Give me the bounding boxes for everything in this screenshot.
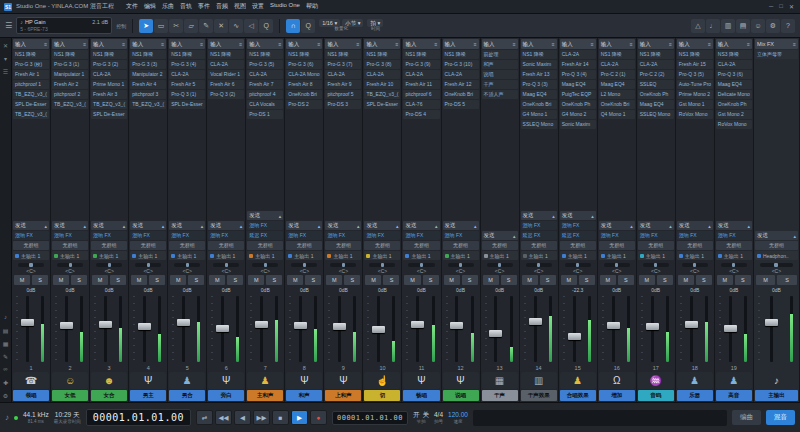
- main-time-display[interactable]: 00001.01.01.00: [86, 409, 191, 426]
- insert-slot[interactable]: NS1 降噪: [208, 50, 244, 59]
- insert-slot[interactable]: Pro-DS 5: [443, 100, 479, 109]
- pan-slider[interactable]: [174, 263, 200, 267]
- user-icon[interactable]: ☺: [751, 19, 765, 33]
- channel-name[interactable]: 主输出: [755, 390, 798, 401]
- insert-slot[interactable]: G4 Mono 1: [521, 110, 557, 119]
- insert-slot[interactable]: NS1 降噪: [91, 50, 127, 59]
- add-send-icon[interactable]: ▴: [240, 223, 243, 229]
- solo-button[interactable]: S: [657, 275, 673, 285]
- output-select[interactable]: 主输出 1: [443, 251, 479, 260]
- fader-cap[interactable]: [216, 325, 229, 332]
- pan-slider[interactable]: [18, 263, 44, 267]
- insert-slot[interactable]: TB_EZQ_v3_(: [52, 100, 88, 109]
- sends-section-header[interactable]: 发送 ▴: [443, 221, 479, 230]
- expand-icon[interactable]: ≡: [357, 41, 360, 47]
- send-slot[interactable]: 混响 FX: [677, 231, 713, 240]
- channel-name[interactable]: 干声: [482, 390, 518, 401]
- insert-slot[interactable]: Pro-G 3 (10): [443, 60, 479, 69]
- hamburger-icon[interactable]: ☰: [5, 21, 12, 30]
- insert-slot[interactable]: Sonic Maxim: [560, 120, 596, 129]
- pan-handle[interactable]: [225, 263, 228, 267]
- record-button[interactable]: ●: [310, 410, 327, 425]
- menu-item[interactable]: 事件: [198, 2, 210, 11]
- solo-button[interactable]: S: [462, 275, 478, 285]
- send-slot[interactable]: 混响 FX: [599, 231, 635, 240]
- expand-icon[interactable]: ≡: [474, 41, 477, 47]
- insert-slot[interactable]: NS1 降噪: [599, 50, 635, 59]
- output-select[interactable]: 主输出 1: [208, 251, 244, 260]
- insert-slot[interactable]: SSLEQ Mono: [521, 120, 557, 129]
- insert-slot[interactable]: Gst Mono 2: [716, 110, 752, 119]
- mute-button[interactable]: M: [170, 275, 186, 285]
- insert-slot[interactable]: SPL De-Esser: [169, 100, 205, 109]
- mute-button[interactable]: M: [326, 275, 342, 285]
- solo-button[interactable]: S: [266, 275, 282, 285]
- menu-item[interactable]: 音轨: [180, 2, 192, 11]
- mixer-icon[interactable]: ▤: [736, 19, 750, 33]
- expand-icon[interactable]: ≡: [396, 41, 399, 47]
- fx-icon[interactable]: ✎: [1, 351, 11, 361]
- insert-slot[interactable]: CLA-76: [403, 100, 439, 109]
- return-start-button[interactable]: ◀◀: [215, 410, 232, 425]
- pan-slider[interactable]: [643, 263, 669, 267]
- input-section-header[interactable]: 输入 ≡: [403, 39, 439, 49]
- menu-item[interactable]: 文件: [126, 2, 138, 11]
- speaker-icon[interactable]: ♪: [755, 372, 798, 389]
- pan-handle[interactable]: [186, 263, 189, 267]
- input-section-header[interactable]: 输入 ≡: [716, 39, 752, 49]
- output-select[interactable]: Headphon..: [755, 251, 798, 260]
- channel-name[interactable]: 增加: [599, 390, 635, 401]
- insert-slot[interactable]: NS1 降噪: [13, 50, 49, 59]
- pan-handle[interactable]: [420, 263, 423, 267]
- menu-item[interactable]: 编辑: [144, 2, 156, 11]
- channel-name[interactable]: 主和声: [247, 390, 283, 401]
- fader-cap[interactable]: [255, 321, 268, 328]
- input-section-header[interactable]: 输入 ≡: [325, 39, 361, 49]
- insert-slot[interactable]: Maag EQ4: [599, 80, 635, 89]
- output-select[interactable]: 主输出 1: [13, 251, 49, 260]
- help-icon[interactable]: ?: [781, 19, 795, 33]
- mute-tool[interactable]: ✕: [214, 19, 228, 33]
- mute-button[interactable]: M: [444, 275, 460, 285]
- add-send-icon[interactable]: ▴: [279, 213, 282, 219]
- solo-button[interactable]: S: [71, 275, 87, 285]
- insert-slot[interactable]: Pro-DS 2: [286, 100, 322, 109]
- output-select[interactable]: 主输出 1: [560, 251, 596, 260]
- output-select[interactable]: 主输出 1: [52, 251, 88, 260]
- volume-fader[interactable]: [171, 294, 203, 364]
- insert-slot[interactable]: NS1 降噪: [638, 50, 674, 59]
- insert-slot[interactable]: Pro-G 3 (7): [325, 60, 361, 69]
- pan-handle[interactable]: [342, 263, 345, 267]
- insert-slot[interactable]: Prime Mono 1: [91, 80, 127, 89]
- volume-fader[interactable]: [679, 294, 711, 364]
- insert-slot[interactable]: Pro-G 3 (3): [130, 60, 166, 69]
- insert-slot[interactable]: Fresh Air 3: [91, 90, 127, 99]
- channel-name[interactable]: 上和声: [325, 390, 361, 401]
- insert-slot[interactable]: NS1 降噪: [169, 50, 205, 59]
- insert-slot[interactable]: TB_EZQ_v3_(: [364, 90, 400, 99]
- minimize-button[interactable]: ─: [769, 3, 773, 10]
- insert-slot[interactable]: CLA-2A: [403, 70, 439, 79]
- channel-name[interactable]: 和声: [286, 390, 322, 401]
- antenna-icon[interactable]: ♒: [638, 372, 674, 389]
- insert-slot[interactable]: pitchproof 2: [52, 90, 88, 99]
- sends-section-header[interactable]: 发送 ▴: [560, 211, 596, 220]
- group-icon[interactable]: ▥: [521, 372, 557, 389]
- send-slot[interactable]: 混响 FX: [13, 231, 49, 240]
- fader-cap[interactable]: [99, 321, 112, 328]
- insert-slot[interactable]: TB_EZQ_v3_(: [91, 100, 127, 109]
- pan-slider[interactable]: [565, 263, 591, 267]
- fader-cap[interactable]: [646, 323, 659, 330]
- input-section-header[interactable]: 输入 ≡: [677, 39, 713, 49]
- pan-handle[interactable]: [537, 263, 540, 267]
- pan-slider[interactable]: [57, 263, 83, 267]
- pan-slider[interactable]: [721, 263, 747, 267]
- send-slot[interactable]: 混响 FX: [169, 231, 205, 240]
- close-button[interactable]: ✕: [789, 3, 794, 10]
- channel-name[interactable]: 合唱效果: [560, 390, 596, 401]
- group-assign[interactable]: 无群组: [521, 241, 557, 250]
- send-slot[interactable]: 混响 FX: [638, 231, 674, 240]
- insert-slot[interactable]: CLA-2A: [560, 50, 596, 59]
- output-select[interactable]: 主输出 1: [169, 251, 205, 260]
- pan-slider[interactable]: [96, 263, 122, 267]
